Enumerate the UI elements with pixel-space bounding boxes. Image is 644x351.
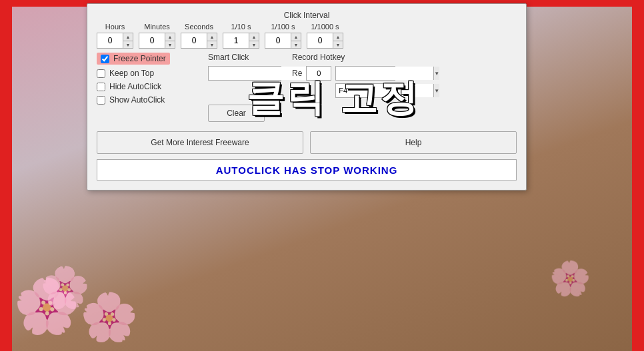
bottom-buttons: Get More Interest Freeware Help <box>97 131 517 154</box>
interval-tenth: 1/10 s ▲ ▼ <box>223 23 259 49</box>
hide-autoclick-checkbox[interactable] <box>97 83 105 91</box>
thousandth-up-btn[interactable]: ▲ <box>333 33 343 41</box>
border-left <box>0 0 12 351</box>
freeze-pointer-text: Freeze Pointer <box>113 54 166 63</box>
hours-spinner-btns: ▲ ▼ <box>123 33 133 48</box>
tenth-input[interactable] <box>223 33 249 48</box>
freeze-pointer-checkbox[interactable] <box>101 55 109 63</box>
border-right <box>632 0 644 351</box>
hundredth-spinner-btns: ▲ ▼ <box>291 33 301 48</box>
minutes-spinner: ▲ ▼ <box>139 33 175 49</box>
hundredth-spinner: ▲ ▼ <box>265 33 301 49</box>
hundredth-input[interactable] <box>265 33 291 48</box>
show-autoclick-text: Show AutoClick <box>109 95 165 105</box>
tenth-spinner-btns: ▲ ▼ <box>249 33 259 48</box>
minutes-up-btn[interactable]: ▲ <box>165 33 175 41</box>
smart-click-label: Smart Click <box>208 53 281 62</box>
hide-autoclick-text: Hide AutoClick <box>109 82 161 91</box>
minutes-spinner-btns: ▲ ▼ <box>165 33 175 48</box>
thousandth-down-btn[interactable]: ▼ <box>333 41 343 48</box>
seconds-input[interactable] <box>181 33 207 48</box>
hours-label: Hours <box>105 23 125 31</box>
interval-minutes: Minutes ▲ ▼ <box>139 23 175 49</box>
keep-on-top-item[interactable]: Keep on Top <box>97 69 200 78</box>
seconds-spinner: ▲ ▼ <box>181 33 217 49</box>
keep-on-top-checkbox[interactable] <box>97 69 105 78</box>
checkboxes-column: Freeze Pointer Keep on Top Hide AutoClic… <box>97 53 200 122</box>
thousandth-spinner-btns: ▲ ▼ <box>333 33 343 48</box>
interval-seconds: Seconds ▲ ▼ <box>181 23 217 49</box>
tenth-label: 1/10 s <box>231 23 251 31</box>
show-autoclick-item[interactable]: Show AutoClick <box>97 95 200 105</box>
korean-overlay-text: 클릭 고정 <box>247 73 420 124</box>
interval-hours: Hours ▲ ▼ <box>97 23 133 49</box>
show-autoclick-checkbox[interactable] <box>97 96 105 105</box>
seconds-label: Seconds <box>185 23 213 31</box>
freeze-pointer-item[interactable]: Freeze Pointer <box>97 53 200 65</box>
keep-on-top-text: Keep on Top <box>109 69 154 78</box>
hide-autoclick-item[interactable]: Hide AutoClick <box>97 82 200 91</box>
minutes-down-btn[interactable]: ▼ <box>165 41 175 48</box>
interval-row: Hours ▲ ▼ Minutes ▲ ▼ Seconds <box>97 23 517 49</box>
tenth-down-btn[interactable]: ▼ <box>249 41 259 48</box>
hundredth-label: 1/100 s <box>271 23 295 31</box>
hundredth-down-btn[interactable]: ▼ <box>291 41 301 48</box>
help-button[interactable]: Help <box>310 131 517 154</box>
hotkey-arrow-1[interactable]: ▼ <box>433 67 439 80</box>
hours-spinner: ▲ ▼ <box>97 33 133 49</box>
seconds-down-btn[interactable]: ▼ <box>207 41 217 48</box>
interval-thousandth: 1/1000 s ▲ ▼ <box>307 23 343 49</box>
tenth-spinner: ▲ ▼ <box>223 33 259 49</box>
minutes-input[interactable] <box>139 33 165 48</box>
hours-input[interactable] <box>97 33 123 48</box>
status-text: AUTOCLICK HAS STOP WORKING <box>216 165 398 176</box>
seconds-spinner-btns: ▲ ▼ <box>207 33 217 48</box>
hours-up-btn[interactable]: ▲ <box>123 33 133 41</box>
record-hotkey-label: Record Hotkey <box>292 53 395 62</box>
hotkey-arrow-2[interactable]: ▼ <box>433 84 439 97</box>
status-bar: AUTOCLICK HAS STOP WORKING <box>97 159 517 180</box>
interval-hundredth: 1/100 s ▲ ▼ <box>265 23 301 49</box>
seconds-up-btn[interactable]: ▲ <box>207 33 217 41</box>
thousandth-spinner: ▲ ▼ <box>307 33 343 49</box>
get-more-freeware-button[interactable]: Get More Interest Freeware <box>97 131 303 154</box>
hundredth-up-btn[interactable]: ▲ <box>291 33 301 41</box>
tenth-up-btn[interactable]: ▲ <box>249 33 259 41</box>
thousandth-input[interactable] <box>307 33 333 48</box>
click-interval-title: Click Interval <box>97 11 517 20</box>
hours-down-btn[interactable]: ▼ <box>123 41 133 48</box>
minutes-label: Minutes <box>144 23 170 31</box>
freeze-pointer-label-wrap: Freeze Pointer <box>97 53 170 65</box>
thousandth-label: 1/1000 s <box>311 23 339 31</box>
